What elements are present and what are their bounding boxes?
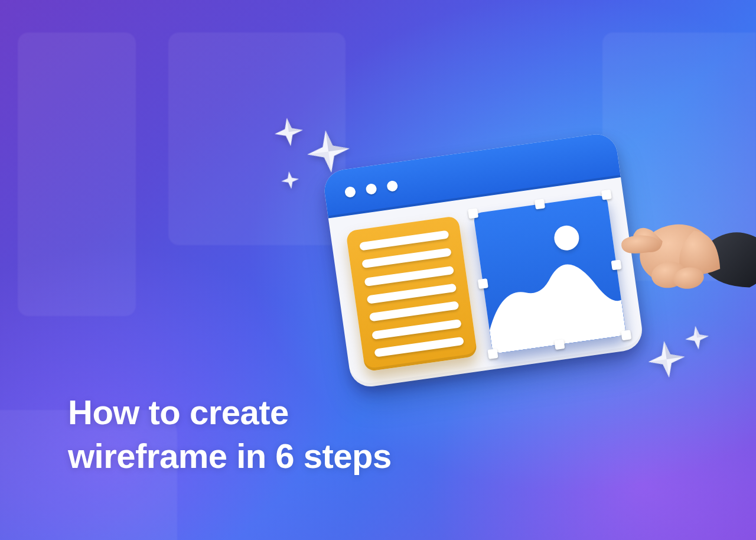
resize-handle <box>478 278 488 289</box>
resize-handle <box>487 349 498 359</box>
sparkle-icon <box>304 128 352 175</box>
svg-marker-5 <box>280 170 300 190</box>
resize-handle <box>611 259 622 270</box>
page-title: How to create wireframe in 6 steps <box>68 391 392 478</box>
resize-handle <box>468 208 478 219</box>
text-line <box>361 248 451 269</box>
svg-marker-12 <box>683 324 710 351</box>
mountains-icon <box>481 248 627 354</box>
resize-handle <box>554 339 565 350</box>
browser-window-graphic <box>322 132 645 389</box>
resize-handle <box>621 330 631 340</box>
svg-marker-13 <box>695 324 709 338</box>
svg-marker-0 <box>273 116 305 148</box>
sun-icon <box>553 224 581 252</box>
text-line <box>374 337 464 357</box>
resize-handle <box>535 199 545 209</box>
image-block-graphic <box>473 195 626 354</box>
window-control-dot <box>365 183 377 195</box>
title-line-1: How to create <box>68 393 289 431</box>
svg-marker-3 <box>325 128 350 152</box>
svg-marker-10 <box>664 339 685 359</box>
text-block-graphic <box>346 216 478 372</box>
text-line <box>367 284 457 304</box>
text-line <box>369 301 459 322</box>
text-line <box>364 266 454 287</box>
title-line-2: wireframe in 6 steps <box>68 437 392 475</box>
window-control-dot <box>386 180 398 192</box>
resize-handle <box>601 190 612 200</box>
sparkle-icon <box>280 170 300 190</box>
svg-marker-1 <box>287 116 303 132</box>
sparkle-icon <box>273 116 305 148</box>
svg-point-7 <box>650 259 689 290</box>
svg-marker-4 <box>307 151 331 175</box>
sparkle-icon <box>683 324 710 351</box>
bg-panel <box>18 32 136 316</box>
sparkle-icon <box>646 339 687 380</box>
text-line <box>359 230 449 251</box>
svg-marker-11 <box>649 359 669 380</box>
svg-marker-2 <box>304 128 352 175</box>
window-control-dot <box>344 186 356 198</box>
text-line <box>372 319 461 340</box>
